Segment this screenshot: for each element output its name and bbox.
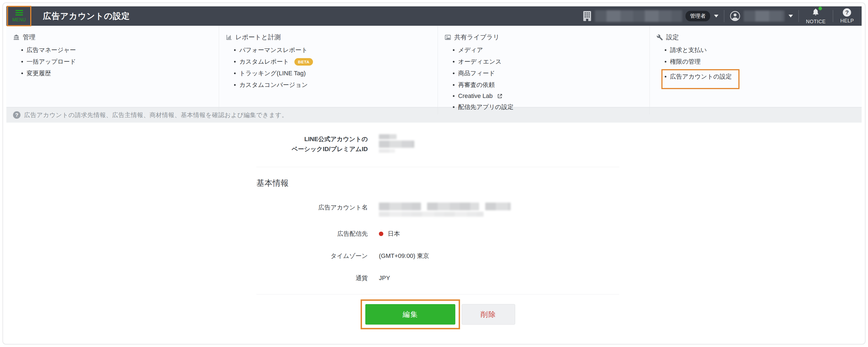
redacted-value [379, 134, 397, 139]
bullet-icon [453, 49, 455, 51]
menu-item-custom-report[interactable]: カスタムレポートBETA [234, 58, 313, 66]
menu-item-audience[interactable]: オーディエンス [453, 58, 502, 66]
bullet-icon [234, 72, 236, 74]
menu-column-title: 設定 [666, 33, 679, 41]
bullet-icon [234, 61, 236, 63]
notification-dot [818, 7, 822, 10]
menu-item-delivery-app-settings[interactable]: 配信先アプリの設定 [453, 103, 514, 111]
menu-item-tracking-line-tag[interactable]: トラッキング(LINE Tag) [234, 69, 306, 77]
delete-button[interactable]: 削除 [462, 304, 515, 324]
user-menu[interactable] [730, 10, 793, 22]
bullet-icon [21, 61, 23, 63]
timezone-row: タイムゾーン (GMT+09:00) 東京 [256, 251, 619, 261]
role-badge: 管理者 [685, 11, 710, 21]
menu-item-billing-payment[interactable]: 請求と支払い [665, 46, 707, 54]
action-buttons-row: 編集 削除 [256, 300, 619, 329]
redacted-value [379, 141, 414, 148]
ad-delivery-country-row: 広告配信先 日本 [256, 229, 619, 239]
ad-account-settings-annotation-box: 広告アカウントの設定 [661, 69, 740, 89]
redacted-value [485, 203, 511, 210]
menu-item-ad-account-settings[interactable]: 広告アカウントの設定 [665, 72, 732, 81]
app-frame: MENU 広告アカウントの設定 管理者 [2, 2, 866, 345]
menu-column-title: レポートと計測 [236, 33, 281, 41]
ad-account-name-row: 広告アカウント名 [256, 203, 619, 217]
redacted-value [427, 203, 479, 210]
bullet-icon [453, 61, 455, 63]
field-value: (GMT+09:00) 東京 [379, 251, 619, 261]
bullet-icon [21, 49, 23, 51]
bullet-icon [453, 84, 455, 86]
bullet-icon [453, 72, 455, 74]
menu-annotation-box: MENU [7, 6, 31, 26]
redacted-value [379, 149, 395, 153]
field-label: 広告配信先 [256, 229, 368, 239]
app-header: MENU 広告アカウントの設定 管理者 [6, 6, 862, 26]
menu-item-change-history[interactable]: 変更履歴 [21, 69, 51, 77]
question-icon: ? [13, 111, 21, 119]
field-value [379, 203, 619, 217]
menu-item-product-feed[interactable]: 商品フィード [453, 69, 495, 77]
menu-column-title: 管理 [23, 33, 35, 41]
redacted-value [379, 203, 421, 210]
bullet-icon [665, 49, 666, 51]
menu-item-permission-management[interactable]: 権限の管理 [665, 58, 701, 66]
image-icon [444, 34, 451, 41]
hamburger-icon [16, 10, 23, 15]
currency-row: 通貨 JPY [256, 273, 619, 283]
bullet-icon [453, 106, 455, 108]
help-button[interactable]: ? HELP [839, 8, 856, 24]
header-right-cluster: 管理者 NOTI [583, 7, 862, 25]
country-status-dot [379, 232, 383, 236]
field-value: JPY [379, 273, 619, 283]
menu-item-bulk-upload[interactable]: 一括アップロード [21, 58, 76, 66]
chevron-down-icon [714, 15, 718, 18]
header-divider [799, 10, 799, 22]
main-content: LINE公式アカウントの ベーシックID/プレミアムID 基本情報 広告アカウン… [6, 123, 862, 329]
field-label: タイムゾーン [256, 251, 368, 261]
bullet-icon [21, 72, 23, 74]
divider [256, 294, 619, 294]
menu-item-custom-conversion[interactable]: カスタムコンバージョン [234, 81, 308, 89]
field-label: LINE公式アカウントの ベーシックID/プレミアムID [256, 134, 368, 154]
mega-menu: 管理 広告マネージャー 一括アップロード 変更履歴 レポートと計測 [6, 26, 862, 107]
edit-annotation-box: 編集 [361, 300, 460, 329]
chevron-down-icon [788, 15, 793, 18]
edit-button[interactable]: 編集 [365, 304, 455, 324]
page-title: 広告アカウントの設定 [43, 10, 130, 22]
redacted-account-name [595, 10, 682, 22]
field-value: 日本 [379, 229, 619, 239]
wrench-icon [656, 34, 663, 41]
section-title: 基本情報 [256, 178, 619, 189]
redacted-value [379, 212, 484, 217]
bullet-icon [234, 84, 236, 86]
divider [256, 167, 619, 167]
bullet-icon [453, 95, 455, 97]
line-official-account-row: LINE公式アカウントの ベーシックID/プレミアムID [256, 134, 619, 154]
help-icon: ? [843, 8, 851, 16]
field-label: 広告アカウント名 [256, 203, 368, 212]
menu-item-review-request[interactable]: 再審査の依頼 [453, 81, 495, 89]
help-label: HELP [840, 18, 854, 24]
menu-button[interactable]: MENU [8, 7, 30, 25]
menu-item-performance-report[interactable]: パフォーマンスレポート [234, 46, 308, 54]
notice-button[interactable]: NOTICE [804, 7, 827, 25]
menu-item-ad-manager[interactable]: 広告マネージャー [21, 46, 76, 54]
account-switcher[interactable]: 管理者 [583, 10, 718, 22]
external-link-icon [497, 93, 503, 99]
notice-label: NOTICE [806, 19, 826, 25]
menu-item-media[interactable]: メディア [453, 46, 483, 54]
menu-item-creative-lab[interactable]: Creative Lab [453, 93, 503, 100]
bank-icon [13, 34, 20, 41]
redacted-user-name [744, 10, 785, 22]
menu-column-management: 管理 広告マネージャー 一括アップロード 変更履歴 [6, 26, 219, 114]
menu-button-label: MENU [12, 18, 26, 23]
building-icon [583, 10, 592, 22]
menu-column-settings: 設定 請求と支払い 権限の管理 広告アカウントの設定 [650, 26, 862, 114]
help-bar-text: 広告アカウントの請求先情報、広告主情報、商材情報、基本情報を確認および編集できま… [24, 111, 288, 119]
menu-column-reports: レポートと計測 パフォーマンスレポート カスタムレポートBETA トラッキング(… [219, 26, 438, 114]
field-label: 通貨 [256, 273, 368, 283]
bar-chart-icon [226, 34, 232, 41]
bullet-icon [665, 61, 666, 63]
bullet-icon [234, 49, 236, 51]
menu-column-shared-library: 共有ライブラリ メディア オーディエンス 商品フィード 再審査の依頼 Creat… [438, 26, 650, 114]
